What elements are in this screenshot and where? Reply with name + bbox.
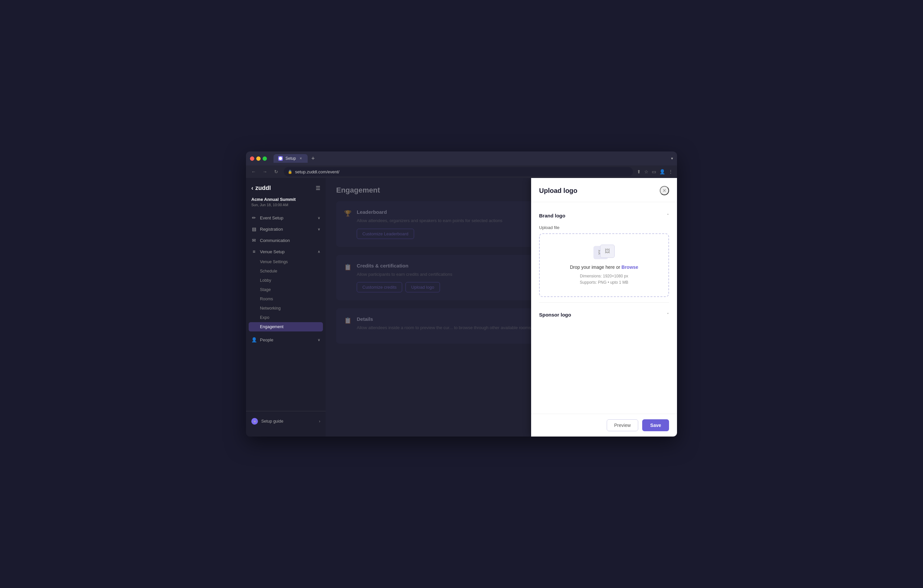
brand-logo-title: Brand logo xyxy=(539,213,565,218)
modal-footer: Preview Save xyxy=(531,414,677,437)
profile-icon[interactable]: 👤 xyxy=(659,169,665,174)
modal-body: Brand logo ˄ Upload file 🖼 xyxy=(531,202,677,414)
sidebar-subitem-engagement[interactable]: Engagement xyxy=(249,322,323,332)
event-date: Sun, Jun 18, 10:00 AM xyxy=(251,203,320,207)
browser-titlebar: Setup × + ▾ xyxy=(246,151,677,165)
sidebar-subitem-schedule[interactable]: Schedule xyxy=(246,266,325,276)
upload-dimensions: Dimensions: 1920×1080 px Supports: PNG •… xyxy=(580,273,628,286)
setup-guide-label: Setup guide xyxy=(261,419,284,424)
modal-header: Upload logo × xyxy=(531,178,677,202)
supports-text: Supports: PNG • upto 1 MB xyxy=(580,279,628,286)
sidebar-item-people[interactable]: 👤 People ∨ xyxy=(246,334,325,345)
tab-title: Setup xyxy=(286,156,296,161)
sidebar: ‹ zuddl ☰ Acme Annual Summit Sun, Jun 18… xyxy=(246,178,325,437)
bookmark-icon[interactable]: ☆ xyxy=(644,169,649,174)
back-button[interactable]: ← xyxy=(250,169,257,174)
browser-addressbar: ← → ↻ 🔒 setup.zuddl.com/event/ ⬆ ☆ ▭ 👤 ⋮ xyxy=(246,165,677,178)
modal-overlay: Upload logo × Brand logo ˄ Upload file xyxy=(325,178,677,437)
menu-icon[interactable]: ⋮ xyxy=(668,169,673,174)
reload-button[interactable]: ↻ xyxy=(273,169,280,174)
chevron-up-icon: ∧ xyxy=(318,250,320,254)
upload-drop-text: Drop your image here or Browse xyxy=(570,264,638,270)
chevron-down-icon: ∨ xyxy=(318,216,320,220)
venue-icon: ≡ xyxy=(251,249,256,254)
dimensions-text: Dimensions: 1920×1080 px xyxy=(580,273,628,279)
sidebar-item-label: Venue Setup xyxy=(260,249,284,254)
upload-section: Upload file 🖼 🖼 xyxy=(539,225,669,297)
sponsor-logo-chevron-down-icon: ˅ xyxy=(667,312,669,317)
sidebar-subitem-expo[interactable]: Expo xyxy=(246,313,325,322)
address-actions: ⬆ ☆ ▭ 👤 ⋮ xyxy=(637,169,673,174)
sidebar-item-communication[interactable]: ✉ Communication xyxy=(246,235,325,246)
sidebar-subitem-venue-settings[interactable]: Venue Settings xyxy=(246,257,325,266)
upload-logo-modal: Upload logo × Brand logo ˄ Upload file xyxy=(531,178,677,437)
new-tab-button[interactable]: + xyxy=(309,154,317,163)
forward-button[interactable]: → xyxy=(261,169,269,174)
svg-point-0 xyxy=(279,157,282,160)
sidebar-item-label: People xyxy=(260,337,273,342)
sidebar-item-registration[interactable]: ▤ Registration ∨ xyxy=(246,223,325,235)
event-name: Acme Annual Summit xyxy=(251,197,320,202)
sidebar-header: ‹ zuddl ☰ xyxy=(246,183,325,197)
sidebar-item-label: Communication xyxy=(260,238,290,243)
browse-link[interactable]: Browse xyxy=(622,264,639,270)
tab-bar: Setup × + xyxy=(274,154,668,163)
setup-guide-item[interactable]: ★ Setup guide › xyxy=(246,415,325,427)
upload-icon-wrap: 🖼 🖼 xyxy=(593,245,615,261)
upload-dropzone[interactable]: 🖼 🖼 Drop your image here or Browse xyxy=(539,233,669,297)
chevron-down-icon: ∨ xyxy=(318,338,320,342)
brand-logo-chevron-up-icon: ˄ xyxy=(667,213,669,218)
sidebar-subitem-networking[interactable]: Networking xyxy=(246,304,325,313)
setup-guide-icon: ★ xyxy=(251,418,258,425)
image-icon-front: 🖼 xyxy=(605,248,610,254)
upload-icon-front: 🖼 xyxy=(600,245,615,258)
url-text: setup.zuddl.com/event/ xyxy=(295,169,340,174)
sponsor-logo-title: Sponsor logo xyxy=(539,312,571,317)
sponsor-logo-section[interactable]: Sponsor logo ˅ xyxy=(539,308,669,322)
sidebar-item-venue-setup[interactable]: ≡ Venue Setup ∧ xyxy=(246,246,325,257)
traffic-light-red[interactable] xyxy=(250,156,254,161)
save-button[interactable]: Save xyxy=(642,419,669,431)
address-bar[interactable]: 🔒 setup.zuddl.com/event/ xyxy=(284,167,633,176)
split-view-icon[interactable]: ▭ xyxy=(652,169,656,174)
drop-here-text: Drop your image here or xyxy=(570,264,622,270)
upload-label: Upload file xyxy=(539,225,669,230)
event-info: Acme Annual Summit Sun, Jun 18, 10:00 AM xyxy=(246,197,325,212)
sidebar-subitem-stage[interactable]: Stage xyxy=(246,285,325,294)
tab-favicon xyxy=(278,156,283,161)
modal-title: Upload logo xyxy=(539,187,578,195)
sidebar-subitem-rooms[interactable]: Rooms xyxy=(246,294,325,304)
chevron-down-icon: ∨ xyxy=(318,227,320,232)
main-content: Engagement 🏆 Leaderboard Allow attendees… xyxy=(325,178,677,437)
registration-icon: ▤ xyxy=(251,227,256,232)
preview-button[interactable]: Preview xyxy=(607,419,639,431)
sidebar-item-label: Event Setup xyxy=(260,215,284,220)
setup-guide-arrow-icon: › xyxy=(319,419,320,424)
logo-text: zuddl xyxy=(255,185,271,192)
logo-back-arrow[interactable]: ‹ xyxy=(251,185,253,192)
tab-close-button[interactable]: × xyxy=(298,156,303,161)
browser-content: ‹ zuddl ☰ Acme Annual Summit Sun, Jun 18… xyxy=(246,178,677,437)
tab-dropdown-button[interactable]: ▾ xyxy=(671,156,673,161)
sidebar-subitem-lobby[interactable]: Lobby xyxy=(246,276,325,285)
browser-window: Setup × + ▾ ← → ↻ 🔒 setup.zuddl.com/even… xyxy=(246,151,677,437)
modal-close-button[interactable]: × xyxy=(660,186,669,195)
traffic-lights xyxy=(250,156,267,161)
logo: ‹ zuddl xyxy=(251,185,271,192)
hamburger-icon[interactable]: ☰ xyxy=(315,185,320,191)
traffic-light-yellow[interactable] xyxy=(256,156,261,161)
share-icon[interactable]: ⬆ xyxy=(637,169,641,174)
mail-icon: ✉ xyxy=(251,238,256,243)
active-tab[interactable]: Setup × xyxy=(274,154,308,163)
lock-icon: 🔒 xyxy=(288,170,292,174)
edit-icon: ✏ xyxy=(251,215,256,220)
people-icon: 👤 xyxy=(251,337,256,342)
sidebar-item-label: Registration xyxy=(260,227,283,232)
sidebar-bottom: ★ Setup guide › xyxy=(246,411,325,431)
sidebar-item-event-setup[interactable]: ✏ Event Setup ∨ xyxy=(246,212,325,223)
brand-logo-section-header[interactable]: Brand logo ˄ xyxy=(539,209,669,222)
traffic-light-green[interactable] xyxy=(263,156,267,161)
